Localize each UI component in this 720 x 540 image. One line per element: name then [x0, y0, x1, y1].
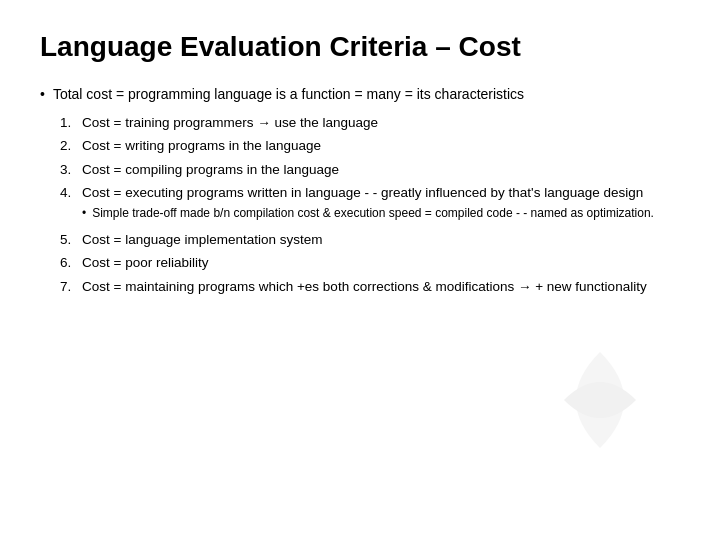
list-item-6: 6. Cost = poor reliability	[60, 253, 680, 273]
list-text-5: Cost = language implementation system	[82, 230, 323, 250]
bullet-dot: •	[40, 84, 45, 105]
list-text-4: Cost = executing programs written in lan…	[82, 183, 643, 203]
list-num-1: 1.	[60, 113, 82, 133]
list-text-1: Cost = training programmers → use the la…	[82, 113, 378, 133]
list-item-3: 3. Cost = compiling programs in the lang…	[60, 160, 680, 180]
sub-bullet-dot: •	[82, 205, 86, 222]
list-item-7: 7. Cost = maintaining programs which +es…	[60, 277, 680, 297]
list-num-4: 4.	[60, 183, 82, 203]
list-num-5: 5.	[60, 230, 82, 250]
list-item-1: 1. Cost = training programmers → use the…	[60, 113, 680, 133]
watermark-icon	[540, 340, 660, 460]
sub-bullet-text-4: Simple trade-off made b/n compilation co…	[92, 205, 654, 222]
list-item-5: 5. Cost = language implementation system	[60, 230, 680, 250]
list-num-3: 3.	[60, 160, 82, 180]
slide-title: Language Evaluation Criteria – Cost	[40, 30, 680, 64]
main-bullet: • Total cost = programming language is a…	[40, 84, 680, 105]
list-text-6: Cost = poor reliability	[82, 253, 208, 273]
list-item-4: 4. Cost = executing programs written in …	[60, 183, 680, 225]
list-num-6: 6.	[60, 253, 82, 273]
slide: Language Evaluation Criteria – Cost • To…	[0, 0, 720, 540]
main-bullet-text: Total cost = programming language is a f…	[53, 84, 524, 105]
list-text-3: Cost = compiling programs in the languag…	[82, 160, 339, 180]
sub-bullet-4: • Simple trade-off made b/n compilation …	[82, 205, 680, 222]
list-num-7: 7.	[60, 277, 82, 297]
list-text-2: Cost = writing programs in the language	[82, 136, 321, 156]
list-num-2: 2.	[60, 136, 82, 156]
list-text-7: Cost = maintaining programs which +es bo…	[82, 277, 647, 297]
slide-content: • Total cost = programming language is a…	[40, 84, 680, 297]
numbered-list: 1. Cost = training programmers → use the…	[60, 113, 680, 297]
list-item-2: 2. Cost = writing programs in the langua…	[60, 136, 680, 156]
